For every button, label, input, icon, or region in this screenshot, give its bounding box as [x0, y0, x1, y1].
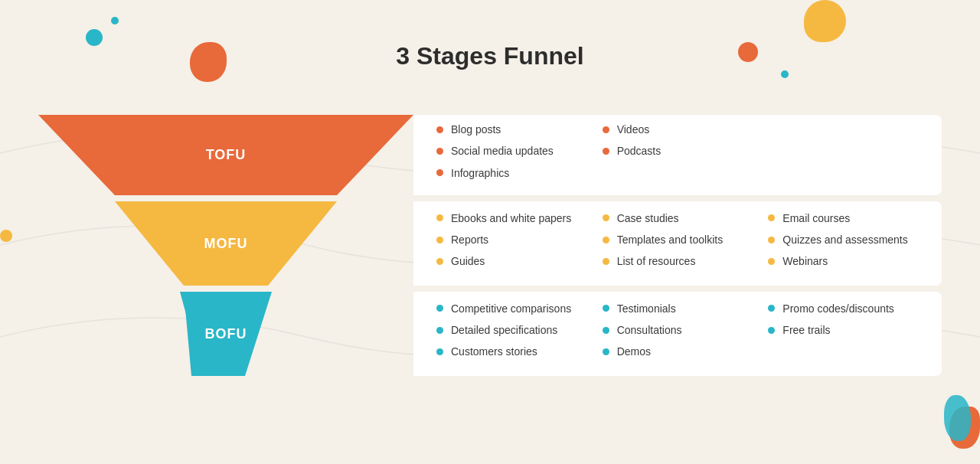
- tofu-item-2: Social media updates: [436, 144, 587, 158]
- mofu-row: MOFU Ebooks and white papers Reports Gui…: [38, 201, 942, 286]
- mofu-info: Ebooks and white papers Reports Guides C…: [413, 201, 942, 286]
- bofu-col-2: Testimonials Consultations Demos: [595, 302, 761, 367]
- bofu-list-2: Testimonials Consultations Demos: [603, 302, 753, 359]
- mofu-item-1: Ebooks and white papers: [436, 211, 587, 225]
- mofu-item-6: List of resources: [603, 254, 753, 268]
- bofu-row: BOFU Competitive comparisons Detailed sp…: [38, 292, 942, 376]
- tofu-col-3: [760, 123, 926, 188]
- mofu-list-2: Case studies Templates and toolkits List…: [603, 211, 753, 269]
- tofu-info: Blog posts Social media updates Infograp…: [413, 115, 942, 195]
- deco-teal-bot: [944, 395, 971, 441]
- tofu-list-2: Videos Podcasts: [603, 123, 753, 158]
- mofu-list-3: Email courses Quizzes and assessments We…: [768, 211, 919, 269]
- tofu-label: TOFU: [206, 147, 247, 163]
- tofu-item-1: Blog posts: [436, 123, 587, 136]
- mofu-item-3: Guides: [436, 254, 587, 268]
- deco-teal-dot2: [781, 70, 789, 78]
- mofu-item-9: Webinars: [768, 254, 919, 268]
- page-title: 3 Stages Funnel: [0, 42, 980, 70]
- bofu-item-6: Demos: [603, 345, 753, 358]
- deco-small-dot-left: [0, 230, 12, 242]
- bofu-funnel: BOFU: [38, 292, 413, 376]
- bofu-columns: Competitive comparisons Detailed specifi…: [429, 302, 926, 367]
- mofu-col-1: Ebooks and white papers Reports Guides: [429, 211, 595, 276]
- bofu-item-4: Testimonials: [603, 302, 753, 315]
- bofu-list-3: Promo codes/discounts Free trails: [768, 302, 919, 337]
- mofu-item-7: Email courses: [768, 211, 919, 225]
- bofu-item-5: Consultations: [603, 323, 753, 337]
- bofu-list-1: Competitive comparisons Detailed specifi…: [436, 302, 587, 359]
- mofu-col-3: Email courses Quizzes and assessments We…: [760, 211, 926, 276]
- deco-yellow-lg: [804, 0, 846, 42]
- bofu-col-3: Promo codes/discounts Free trails: [760, 302, 926, 367]
- mofu-item-5: Templates and toolkits: [603, 233, 753, 247]
- deco-teal-dot: [111, 17, 119, 25]
- mofu-item-2: Reports: [436, 233, 587, 247]
- main-content: TOFU Blog posts Social media updates Inf…: [38, 115, 942, 382]
- tofu-item-5: Podcasts: [603, 144, 753, 158]
- mofu-col-2: Case studies Templates and toolkits List…: [595, 211, 761, 276]
- mofu-funnel: MOFU: [38, 201, 413, 286]
- bofu-item-2: Detailed specifications: [436, 323, 587, 337]
- deco-orange-bot: [949, 407, 980, 449]
- tofu-col-2: Videos Podcasts: [595, 123, 761, 188]
- tofu-col-1: Blog posts Social media updates Infograp…: [429, 123, 595, 188]
- bofu-info: Competitive comparisons Detailed specifi…: [413, 292, 942, 376]
- bofu-item-1: Competitive comparisons: [436, 302, 587, 315]
- tofu-item-3: Infographics: [436, 166, 587, 180]
- mofu-item-8: Quizzes and assessments: [768, 233, 919, 247]
- bofu-item-8: Free trails: [768, 323, 919, 337]
- tofu-list-1: Blog posts Social media updates Infograp…: [436, 123, 587, 180]
- bofu-item-3: Customers stories: [436, 345, 587, 358]
- mofu-columns: Ebooks and white papers Reports Guides C…: [429, 211, 926, 276]
- tofu-funnel: TOFU: [38, 115, 413, 195]
- mofu-item-4: Case studies: [603, 211, 753, 225]
- tofu-row: TOFU Blog posts Social media updates Inf…: [38, 115, 942, 195]
- bofu-item-7: Promo codes/discounts: [768, 302, 919, 315]
- mofu-list-1: Ebooks and white papers Reports Guides: [436, 211, 587, 269]
- tofu-item-4: Videos: [603, 123, 753, 136]
- bofu-label: BOFU: [205, 326, 247, 342]
- bofu-col-1: Competitive comparisons Detailed specifi…: [429, 302, 595, 367]
- tofu-columns: Blog posts Social media updates Infograp…: [429, 123, 926, 188]
- mofu-label: MOFU: [204, 236, 248, 252]
